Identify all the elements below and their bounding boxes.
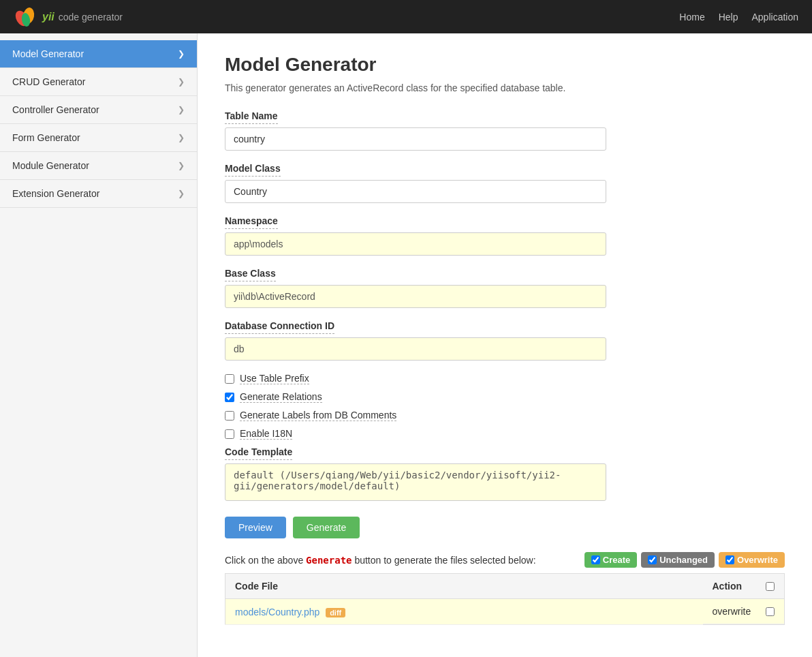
base-class-input[interactable] (225, 285, 606, 308)
badge-create-checkbox[interactable] (591, 555, 600, 564)
page-subtitle: This generator generates an ActiveRecord… (225, 82, 785, 93)
use-table-prefix-checkbox[interactable] (225, 374, 234, 384)
code-template-group: Code Template default (/Users/qiang/Web/… (225, 446, 785, 503)
base-class-label: Base Class (225, 268, 276, 281)
badge-create-label: Create (603, 555, 630, 565)
table-name-input[interactable] (225, 127, 606, 151)
generate-info-before: Click on the above (225, 555, 303, 566)
sidebar: Model Generator ❯ CRUD Generator ❯ Contr… (0, 33, 198, 657)
chevron-right-icon: ❯ (178, 105, 185, 114)
namespace-label: Namespace (225, 215, 278, 229)
table-row: models/Country.php diff overwrite (225, 599, 785, 625)
sidebar-item-controller-generator[interactable]: Controller Generator ❯ (0, 96, 197, 124)
sidebar-item-label: Controller Generator (12, 104, 99, 115)
chevron-right-icon: ❯ (178, 77, 185, 87)
chevron-right-icon: ❯ (178, 133, 185, 142)
table-name-label: Table Name (225, 110, 278, 124)
generate-labels-group: Generate Labels from DB Comments (225, 410, 785, 421)
sidebar-item-model-generator[interactable]: Model Generator ❯ (0, 40, 197, 68)
namespace-group: Namespace (225, 215, 785, 256)
action-cell: overwrite (703, 599, 785, 624)
sidebar-item-extension-generator[interactable]: Extension Generator ❯ (0, 180, 197, 208)
sidebar-item-label: CRUD Generator (12, 76, 85, 87)
code-generator-text: code generator (59, 12, 123, 22)
main-content: Model Generator This generator generates… (198, 33, 812, 657)
sidebar-item-label: Module Generator (12, 160, 89, 171)
chevron-right-icon: ❯ (178, 49, 185, 59)
generate-info-after: button to generate the files selected be… (354, 555, 535, 566)
model-class-label: Model Class (225, 163, 281, 177)
enable-i18n-checkbox[interactable] (225, 429, 234, 439)
top-nav: yii code generator Home Help Application (0, 0, 812, 33)
use-table-prefix-group: Use Table Prefix (225, 373, 785, 384)
sidebar-item-form-generator[interactable]: Form Generator ❯ (0, 124, 197, 152)
col-action: Action (703, 574, 785, 599)
row-checkbox[interactable] (766, 607, 775, 616)
generate-relations-group: Generate Relations (225, 391, 785, 403)
badge-create: Create (584, 552, 637, 568)
page-title: Model Generator (225, 54, 785, 76)
button-row: Preview Generate (225, 517, 785, 538)
table-name-group: Table Name (225, 110, 785, 151)
base-class-group: Base Class (225, 268, 785, 308)
generate-relations-checkbox[interactable] (225, 393, 234, 402)
generate-keyword: Generate (306, 555, 352, 566)
col-action-label: Action (713, 581, 743, 592)
model-class-input[interactable] (225, 180, 606, 203)
badge-overwrite: Overwrite (719, 552, 785, 568)
yii-logo-icon (14, 5, 38, 29)
sidebar-item-label: Model Generator (12, 48, 84, 59)
diff-badge[interactable]: diff (326, 608, 345, 617)
sidebar-item-label: Form Generator (12, 132, 80, 143)
logo: yii code generator (14, 5, 123, 29)
enable-i18n-group: Enable I18N (225, 428, 785, 440)
nav-application-link[interactable]: Application (752, 12, 799, 22)
sidebar-item-crud-generator[interactable]: CRUD Generator ❯ (0, 68, 197, 96)
enable-i18n-label: Enable I18N (240, 428, 292, 440)
sidebar-item-label: Extension Generator (12, 188, 99, 199)
chevron-right-icon: ❯ (178, 161, 185, 170)
db-connection-group: Database Connection ID (225, 320, 785, 361)
badge-unchanged-checkbox[interactable] (648, 555, 657, 564)
model-class-group: Model Class (225, 163, 785, 203)
badge-overwrite-label: Overwrite (737, 555, 778, 565)
sidebar-item-module-generator[interactable]: Module Generator ❯ (0, 152, 197, 180)
db-connection-input[interactable] (225, 337, 606, 361)
code-template-input[interactable]: default (/Users/qiang/Web/yii/basic2/ven… (225, 463, 606, 501)
col-code-file: Code File (225, 574, 703, 599)
generate-button[interactable]: Generate (293, 517, 360, 538)
legend-badges: Create Unchanged Overwrite (584, 552, 785, 568)
use-table-prefix-label: Use Table Prefix (240, 373, 309, 384)
files-table: Code File Action models/Country.php diff… (225, 573, 785, 625)
nav-help-link[interactable]: Help (719, 12, 738, 22)
nav-home-link[interactable]: Home (679, 12, 704, 22)
namespace-input[interactable] (225, 232, 606, 256)
badge-unchanged-label: Unchanged (659, 555, 708, 565)
top-nav-menu: Home Help Application (679, 12, 798, 22)
generate-info-text: Click on the above Generate button to ge… (225, 555, 536, 566)
badge-overwrite-checkbox[interactable] (725, 555, 734, 564)
layout: Model Generator ❯ CRUD Generator ❯ Contr… (0, 33, 812, 657)
yii-text: yii (42, 11, 54, 23)
chevron-right-icon: ❯ (178, 189, 185, 198)
generate-relations-label: Generate Relations (240, 391, 322, 403)
db-connection-label: Database Connection ID (225, 320, 334, 334)
code-template-label: Code Template (225, 446, 292, 460)
generate-info: Click on the above Generate button to ge… (225, 552, 785, 568)
generate-labels-checkbox[interactable] (225, 411, 234, 421)
generate-labels-label: Generate Labels from DB Comments (240, 410, 396, 421)
file-link[interactable]: models/Country.php (235, 607, 319, 617)
select-all-checkbox[interactable] (766, 582, 775, 591)
action-label: overwrite (713, 606, 751, 617)
badge-unchanged: Unchanged (641, 552, 715, 568)
file-cell: models/Country.php diff (225, 599, 703, 625)
preview-button[interactable]: Preview (225, 517, 286, 538)
